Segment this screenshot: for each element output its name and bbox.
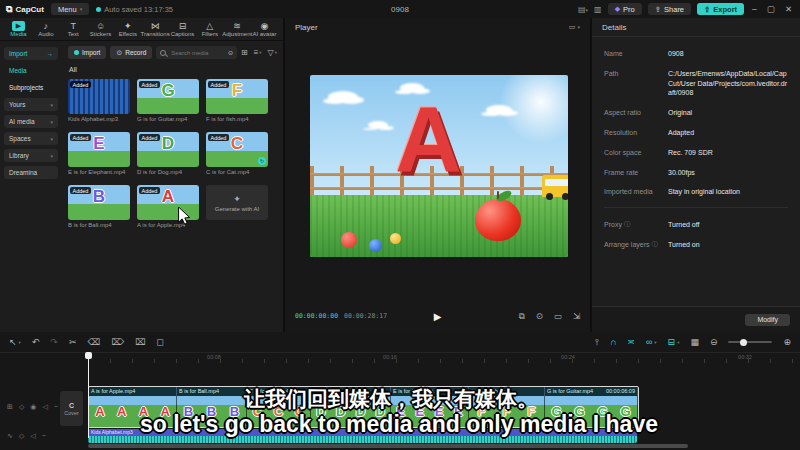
tab-adjustment[interactable]: ≋Adjustment [224, 21, 251, 37]
delete-icon[interactable]: ⌧ [135, 337, 145, 347]
ai-avatar-icon: ◉ [261, 21, 269, 31]
media-item-f-is-for-fish-mp4[interactable]: FAddedF is for fish.mp4 [206, 79, 268, 122]
split-icon[interactable]: ✂ [69, 337, 77, 347]
media-filename: D is for Dog.mp4 [137, 169, 199, 175]
tab-stickers[interactable]: ☺Stickers [87, 21, 114, 37]
video-preview[interactable]: A [310, 75, 568, 257]
sidebar-item-yours[interactable]: Yours▾ [4, 98, 58, 111]
import-button[interactable]: Import [68, 46, 106, 59]
compare-frame-icon[interactable]: ⧉ [519, 311, 525, 322]
maximize-button[interactable]: ▢ [765, 4, 777, 14]
media-thumbnail[interactable]: GAdded [137, 79, 199, 114]
sidebar-item-ai-media[interactable]: AI media▾ [4, 115, 58, 128]
filter-icon[interactable]: ▽▾ [268, 48, 277, 57]
mute-track-icon[interactable]: ◁ [30, 432, 35, 440]
record-button[interactable]: ⊙ Record [110, 46, 152, 59]
sort-icon[interactable]: ≡▾ [254, 48, 262, 57]
media-item-generate-with-ai[interactable]: ✦Generate with AI [206, 185, 268, 228]
media-thumbnail[interactable]: DAdded [137, 132, 199, 167]
media-item-d-is-for-dog-mp4[interactable]: DAddedD is for Dog.mp4 [137, 132, 199, 175]
modify-button[interactable]: Modify [745, 314, 790, 326]
tab-transitions[interactable]: ⋈Transitions [142, 21, 169, 37]
generate-with-ai-card[interactable]: ✦Generate with AI [206, 185, 268, 220]
layout-mode-icon[interactable]: ▤▾ [578, 5, 588, 14]
main-track-magnet-icon[interactable]: ∩ [610, 337, 616, 347]
ratio-icon[interactable]: ▭ [554, 311, 562, 322]
record-icon: ⊙ [116, 49, 122, 57]
search-input[interactable] [169, 49, 225, 57]
media-item-c-is-for-cat-mp4[interactable]: CAdded↻C is for Cat.mp4 [206, 132, 268, 175]
playhead-handle[interactable] [85, 352, 92, 359]
preview-axis-icon[interactable]: ⊟▾ [668, 337, 680, 347]
sidebar-item-label: Import [9, 50, 27, 57]
media-thumbnail[interactable]: Added [68, 79, 130, 114]
cover-button[interactable]: C Cover [60, 391, 83, 426]
media-thumbnail[interactable]: BAdded [68, 185, 130, 220]
panel-layout-icon[interactable]: ▥ [594, 5, 602, 14]
collapse-track-icon[interactable]: − [54, 403, 58, 411]
hide-track-icon[interactable]: ◉ [30, 403, 36, 411]
fullscreen-icon[interactable]: ⇲ [573, 311, 580, 322]
minimize-button[interactable]: – [750, 4, 759, 14]
horizontal-scrollbar[interactable] [88, 444, 688, 448]
timeline-ruler[interactable]: 00:0800:1600:2400:32 [0, 353, 800, 364]
grid-view-icon[interactable]: ⊞ [241, 48, 248, 57]
media-item-g-is-for-guitar-mp4[interactable]: GAddedG is for Guitar.mp4 [137, 79, 199, 122]
media-item-e-is-for-elephant-mp4[interactable]: EAddedE is for Elephant.mp4 [68, 132, 130, 175]
search-by-image-icon[interactable]: ⊙ [228, 49, 233, 56]
share-button[interactable]: ⇪ Share [648, 3, 691, 15]
sidebar-item-subprojects[interactable]: Subprojects [4, 81, 58, 94]
tab-ai-avatar[interactable]: ◉AI avatar [251, 21, 278, 37]
auto-snap-icon[interactable]: ≍ [627, 337, 635, 347]
zoom-in-icon[interactable]: ⊕ [783, 337, 791, 347]
linkage-icon[interactable]: ∞▾ [646, 337, 657, 347]
tab-text[interactable]: TText [60, 21, 87, 37]
lock-icon[interactable]: ◇ [19, 403, 24, 411]
lock-icon[interactable]: ◇ [19, 432, 24, 440]
mute-track-icon[interactable]: ◁ [42, 403, 47, 411]
details-row-color-space: Color spaceRec. 709 SDR [604, 148, 788, 158]
record-voiceover-icon[interactable]: ⫯ [595, 337, 599, 348]
media-thumbnail[interactable]: EAdded [68, 132, 130, 167]
sidebar-item-import[interactable]: Import→ [4, 47, 58, 60]
sidebar-item-media[interactable]: Media [4, 64, 58, 77]
close-button[interactable]: ✕ [783, 4, 794, 14]
play-button[interactable]: ▶ [434, 311, 442, 322]
delete-right-icon[interactable]: ⌦ [111, 337, 124, 347]
zoom-slider-knob[interactable] [740, 339, 747, 346]
media-item-b-is-for-ball-mp4[interactable]: BAddedB is for Ball.mp4 [68, 185, 130, 228]
media-thumbnail[interactable]: CAdded↻ [206, 132, 268, 167]
tab-effects[interactable]: ✦Effects [114, 21, 141, 37]
details-value: 30.00fps [668, 168, 788, 178]
timeline-zoom-slider[interactable] [728, 341, 772, 343]
sidebar-item-spaces[interactable]: Spaces▾ [4, 132, 58, 145]
track-options-icon[interactable]: ⊞ [7, 403, 13, 411]
tab-media[interactable]: ▶Media [5, 21, 32, 37]
media-thumbnail[interactable]: FAdded [206, 79, 268, 114]
delete-left-icon[interactable]: ⌫ [87, 337, 100, 347]
mask-icon[interactable]: ◻ [156, 337, 163, 347]
details-value: C:/Users/Emenws/AppData/Local/CapCut/Use… [668, 69, 788, 98]
pro-button[interactable]: ◆ Pro [608, 3, 642, 15]
sidebar-item-library[interactable]: Library▾ [4, 149, 58, 162]
undo-icon[interactable]: ↶ [32, 337, 40, 347]
search-box[interactable]: ⊙ [156, 46, 237, 59]
audio-wave-icon[interactable]: ∿ [7, 432, 13, 440]
menu-button[interactable]: Menu ▾ [51, 3, 89, 15]
export-button[interactable]: ⇧ Export [697, 3, 744, 15]
cover-frame-icon[interactable]: ▦ [690, 337, 699, 347]
smart-preview-icon[interactable]: ⊙ [536, 311, 543, 322]
zoom-out-icon[interactable]: ⊖ [710, 337, 718, 347]
adjustment-icon: ≋ [233, 21, 241, 31]
sidebar-item-label: Spaces [9, 135, 31, 142]
tab-filters[interactable]: △Filters [196, 21, 223, 37]
redo-icon[interactable]: ↷ [50, 337, 58, 347]
media-item-kids-alphabet-mp3[interactable]: AddedKids Alphabet.mp3 [68, 79, 130, 122]
tab-audio[interactable]: ♪Audio [32, 21, 59, 37]
tab-captions[interactable]: ⊟Captions [169, 21, 196, 37]
collapse-track-icon[interactable]: − [42, 432, 46, 440]
player-display-mode-icon[interactable]: ▭▾ [569, 23, 580, 31]
clip-name: B is for Ball.mp4 [177, 387, 246, 396]
sidebar-item-dreamina[interactable]: Dreamina [4, 166, 58, 179]
select-tool-icon[interactable]: ↖▾ [9, 337, 21, 347]
